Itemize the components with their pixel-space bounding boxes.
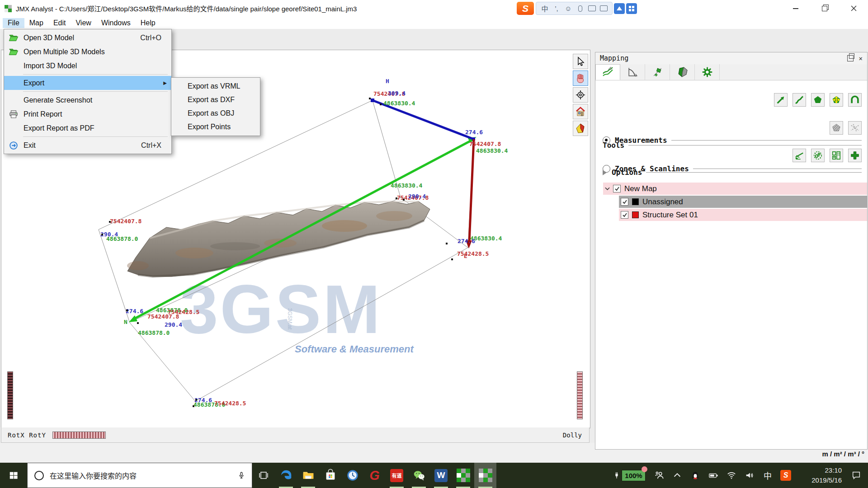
menu-separator xyxy=(23,91,168,92)
ime-chinese-icon[interactable]: 中 xyxy=(539,4,550,14)
restore-button[interactable] xyxy=(810,0,839,17)
cube-tool-button[interactable] xyxy=(573,121,588,136)
volume-icon[interactable] xyxy=(741,463,759,488)
wifi-icon[interactable] xyxy=(722,463,741,488)
battery-status-widget[interactable]: 100% xyxy=(609,463,650,488)
axis-label: 309.4 xyxy=(388,90,406,97)
people-icon[interactable] xyxy=(650,463,668,488)
file-explorer-icon[interactable] xyxy=(297,463,319,488)
tab-scanline-map-icon[interactable] xyxy=(595,64,620,80)
tool-histogram-button[interactable] xyxy=(830,149,843,162)
tool-slope-button[interactable] xyxy=(793,149,806,162)
clipboard-icon[interactable] xyxy=(598,4,609,14)
measure-polyline-button[interactable] xyxy=(793,93,806,107)
emoji-icon[interactable]: ☺ xyxy=(563,4,574,14)
tool-add-button[interactable] xyxy=(848,149,862,162)
target-tool-button[interactable] xyxy=(573,87,588,103)
battery-icon[interactable] xyxy=(704,463,722,488)
chevron-down-icon[interactable] xyxy=(605,187,610,191)
notification-dot xyxy=(642,466,647,472)
tool-stereonet-button[interactable] xyxy=(811,149,825,162)
measure-arrow-button[interactable] xyxy=(774,93,788,107)
menubar-item-edit[interactable]: Edit xyxy=(48,18,71,28)
sogou-toolbar-items: 中’,☺ xyxy=(536,2,613,15)
tab-profile-icon[interactable] xyxy=(620,64,645,80)
mic-icon[interactable] xyxy=(237,471,245,480)
taskbar-clock[interactable]: 23:10 2019/5/16 xyxy=(795,465,844,485)
menubar-item-windows[interactable]: Windows xyxy=(96,18,136,28)
ime-indicator: 中 xyxy=(764,469,772,481)
menubar-item-file[interactable]: File xyxy=(3,18,24,28)
ime-indicator[interactable]: 中 xyxy=(759,463,777,488)
menu-separator xyxy=(23,74,168,75)
search-input[interactable]: 在这里输入你要搜索的内容 xyxy=(27,463,252,488)
submenu-item-export-points[interactable]: Export Points xyxy=(171,120,260,134)
sogou-tray-icon[interactable]: S xyxy=(777,463,795,488)
checkbox[interactable] xyxy=(613,185,621,192)
tab-marker-icon[interactable] xyxy=(645,64,670,80)
home-tool-button[interactable] xyxy=(573,104,588,119)
word-icon[interactable]: W xyxy=(430,463,452,488)
start-button[interactable] xyxy=(0,463,27,488)
file-menu-item-open-multiple-3d-models[interactable]: Open Multiple 3D Models xyxy=(4,45,171,59)
file-menu-item-generate-screenshot[interactable]: Generate Screenshot xyxy=(4,93,171,107)
rotx-vertical-slider[interactable] xyxy=(7,371,13,419)
submenu-item-export-as-dxf[interactable]: Export as DXF xyxy=(171,93,260,107)
tree-row-unassigned[interactable]: Unassigned xyxy=(619,196,867,208)
tree-row-new-map[interactable]: New Map xyxy=(603,183,867,195)
file-menu-item-export-report-as-pdf[interactable]: Export Report as PDF xyxy=(4,121,171,135)
file-menu-item-import-3d-model[interactable]: Import 3D Model xyxy=(4,59,171,73)
menubar-item-map[interactable]: Map xyxy=(24,18,48,28)
close-icon[interactable]: ✕ xyxy=(859,55,863,61)
menubar-item-help[interactable]: Help xyxy=(136,18,160,28)
wechat-icon[interactable] xyxy=(408,463,430,488)
tree-row-structure-set-01[interactable]: Structure Set 01 xyxy=(619,209,867,221)
youdao-icon[interactable]: 有道 xyxy=(386,463,408,488)
chevron-up-icon[interactable] xyxy=(668,463,686,488)
close-button[interactable] xyxy=(839,0,868,17)
pan-hand-tool-button[interactable] xyxy=(573,70,588,86)
mapping-tabs xyxy=(595,64,867,80)
qq-icon[interactable] xyxy=(686,463,704,488)
dolly-vertical-slider[interactable] xyxy=(577,371,583,419)
menubar-item-view[interactable]: View xyxy=(71,18,96,28)
task-view-button[interactable] xyxy=(252,463,275,488)
sogou-logo-icon[interactable]: S xyxy=(517,2,534,15)
clock-app-icon[interactable] xyxy=(341,463,363,488)
keyboard-icon[interactable] xyxy=(586,4,597,14)
checkbox[interactable] xyxy=(621,211,628,219)
checker-app-2-icon[interactable] xyxy=(474,463,496,488)
store-icon[interactable] xyxy=(319,463,341,488)
roty-slider[interactable] xyxy=(52,432,106,439)
tab-settings-gear-icon[interactable] xyxy=(695,64,720,80)
file-menu-item-export[interactable]: Export▶ xyxy=(4,76,171,90)
checker-app-icon[interactable] xyxy=(452,463,474,488)
tools-buttons xyxy=(793,149,862,162)
edge-icon[interactable] xyxy=(275,463,297,488)
cursor-tool-button[interactable] xyxy=(573,54,588,69)
g-app-icon[interactable]: G xyxy=(363,463,386,488)
options-row[interactable]: Options xyxy=(603,168,862,177)
mic-icon[interactable] xyxy=(575,4,585,14)
action-center-icon[interactable] xyxy=(844,470,868,480)
tab-rock-icon[interactable] xyxy=(670,64,695,80)
menu-item-label: Generate Screenshot xyxy=(24,96,167,104)
file-menu-item-open-3d-model[interactable]: Open 3D ModelCtrl+O xyxy=(4,31,171,45)
measure-expand-button[interactable] xyxy=(830,93,843,107)
minimize-button[interactable] xyxy=(781,0,810,17)
apps-grid-icon[interactable] xyxy=(626,3,637,14)
measure-polygon-button[interactable] xyxy=(811,93,825,107)
file-menu-item-exit[interactable]: ExitCtrl+X xyxy=(4,138,171,152)
tools-label: Tools xyxy=(603,141,624,150)
float-window-icon[interactable] xyxy=(847,55,854,61)
upload-icon[interactable] xyxy=(614,3,625,14)
options-expander-icon[interactable] xyxy=(603,170,607,175)
submenu-item-export-as-vrml[interactable]: Export as VRML xyxy=(171,80,260,93)
checkbox[interactable] xyxy=(621,198,628,206)
submenu-item-export-as-obj[interactable]: Export as OBJ xyxy=(171,107,260,120)
tick-mark xyxy=(403,199,405,201)
file-menu-item-print-report[interactable]: Print Report xyxy=(4,107,171,121)
tick-mark xyxy=(195,399,197,401)
punctuation-icon[interactable]: ’, xyxy=(551,4,562,14)
measure-arch-button[interactable] xyxy=(848,93,862,107)
